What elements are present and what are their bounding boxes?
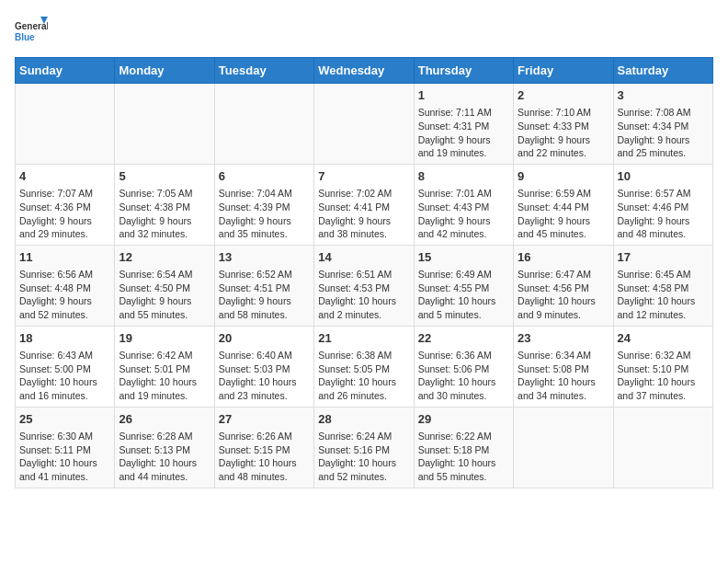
day-number: 27 xyxy=(219,411,310,428)
day-info: Sunrise: 6:34 AM Sunset: 5:08 PM Dayligh… xyxy=(518,349,609,403)
day-number: 21 xyxy=(318,330,409,347)
day-info: Sunrise: 6:42 AM Sunset: 5:01 PM Dayligh… xyxy=(119,349,210,403)
calendar-cell: 4Sunrise: 7:07 AM Sunset: 4:36 PM Daylig… xyxy=(16,164,115,245)
day-number: 8 xyxy=(418,168,509,185)
day-info: Sunrise: 7:02 AM Sunset: 4:41 PM Dayligh… xyxy=(318,187,409,241)
calendar-cell: 15Sunrise: 6:49 AM Sunset: 4:55 PM Dayli… xyxy=(414,245,513,326)
calendar-cell: 29Sunrise: 6:22 AM Sunset: 5:18 PM Dayli… xyxy=(414,407,513,488)
day-info: Sunrise: 6:28 AM Sunset: 5:13 PM Dayligh… xyxy=(119,430,210,484)
calendar-cell: 24Sunrise: 6:32 AM Sunset: 5:10 PM Dayli… xyxy=(613,326,712,407)
day-number: 20 xyxy=(219,330,310,347)
day-number: 4 xyxy=(19,168,110,185)
calendar-cell: 21Sunrise: 6:38 AM Sunset: 5:05 PM Dayli… xyxy=(314,326,414,407)
svg-text:Blue: Blue xyxy=(15,32,35,42)
day-number: 26 xyxy=(119,411,210,428)
header: General Blue xyxy=(15,15,713,48)
day-number: 14 xyxy=(318,249,409,266)
calendar-cell: 8Sunrise: 7:01 AM Sunset: 4:43 PM Daylig… xyxy=(414,164,513,245)
day-number: 5 xyxy=(119,168,210,185)
day-number: 23 xyxy=(518,330,609,347)
day-number: 22 xyxy=(418,330,509,347)
day-info: Sunrise: 7:05 AM Sunset: 4:38 PM Dayligh… xyxy=(119,187,210,241)
day-info: Sunrise: 6:49 AM Sunset: 4:55 PM Dayligh… xyxy=(418,268,509,322)
day-info: Sunrise: 6:56 AM Sunset: 4:48 PM Dayligh… xyxy=(19,268,110,322)
day-number: 18 xyxy=(19,330,110,347)
day-info: Sunrise: 6:52 AM Sunset: 4:51 PM Dayligh… xyxy=(219,268,310,322)
day-info: Sunrise: 6:45 AM Sunset: 4:58 PM Dayligh… xyxy=(618,268,709,322)
week-row-4: 18Sunrise: 6:43 AM Sunset: 5:00 PM Dayli… xyxy=(16,326,713,407)
week-row-1: 1Sunrise: 7:11 AM Sunset: 4:31 PM Daylig… xyxy=(16,84,713,165)
column-header-friday: Friday xyxy=(514,58,613,84)
column-header-wednesday: Wednesday xyxy=(314,58,414,84)
day-info: Sunrise: 6:26 AM Sunset: 5:15 PM Dayligh… xyxy=(219,430,310,484)
calendar-cell: 13Sunrise: 6:52 AM Sunset: 4:51 PM Dayli… xyxy=(214,245,313,326)
day-info: Sunrise: 6:40 AM Sunset: 5:03 PM Dayligh… xyxy=(219,349,310,403)
day-number: 1 xyxy=(418,87,509,104)
day-number: 9 xyxy=(518,168,609,185)
day-number: 3 xyxy=(618,87,709,104)
calendar-table: SundayMondayTuesdayWednesdayThursdayFrid… xyxy=(15,57,713,488)
day-info: Sunrise: 7:10 AM Sunset: 4:33 PM Dayligh… xyxy=(518,106,609,160)
calendar-cell: 12Sunrise: 6:54 AM Sunset: 4:50 PM Dayli… xyxy=(115,245,214,326)
day-number: 17 xyxy=(618,249,709,266)
day-number: 19 xyxy=(119,330,210,347)
week-row-2: 4Sunrise: 7:07 AM Sunset: 4:36 PM Daylig… xyxy=(16,164,713,245)
column-header-monday: Monday xyxy=(115,58,214,84)
week-row-5: 25Sunrise: 6:30 AM Sunset: 5:11 PM Dayli… xyxy=(16,407,713,488)
calendar-cell: 10Sunrise: 6:57 AM Sunset: 4:46 PM Dayli… xyxy=(613,164,712,245)
page-container: General Blue SundayMondayTuesdayWednesda… xyxy=(15,15,713,488)
calendar-cell xyxy=(16,84,115,165)
calendar-cell xyxy=(115,84,214,165)
day-number: 2 xyxy=(518,87,609,104)
day-number: 28 xyxy=(318,411,409,428)
svg-text:General: General xyxy=(15,21,48,31)
calendar-cell: 20Sunrise: 6:40 AM Sunset: 5:03 PM Dayli… xyxy=(214,326,313,407)
day-info: Sunrise: 6:30 AM Sunset: 5:11 PM Dayligh… xyxy=(19,430,110,484)
column-header-tuesday: Tuesday xyxy=(214,58,313,84)
day-info: Sunrise: 7:04 AM Sunset: 4:39 PM Dayligh… xyxy=(219,187,310,241)
day-number: 16 xyxy=(518,249,609,266)
column-header-saturday: Saturday xyxy=(613,58,712,84)
calendar-cell: 7Sunrise: 7:02 AM Sunset: 4:41 PM Daylig… xyxy=(314,164,414,245)
calendar-cell: 22Sunrise: 6:36 AM Sunset: 5:06 PM Dayli… xyxy=(414,326,513,407)
calendar-cell: 1Sunrise: 7:11 AM Sunset: 4:31 PM Daylig… xyxy=(414,84,513,165)
day-info: Sunrise: 6:36 AM Sunset: 5:06 PM Dayligh… xyxy=(418,349,509,403)
calendar-cell: 18Sunrise: 6:43 AM Sunset: 5:00 PM Dayli… xyxy=(16,326,115,407)
calendar-cell: 11Sunrise: 6:56 AM Sunset: 4:48 PM Dayli… xyxy=(16,245,115,326)
day-info: Sunrise: 6:43 AM Sunset: 5:00 PM Dayligh… xyxy=(19,349,110,403)
day-number: 25 xyxy=(19,411,110,428)
calendar-cell: 16Sunrise: 6:47 AM Sunset: 4:56 PM Dayli… xyxy=(514,245,613,326)
day-number: 6 xyxy=(219,168,310,185)
day-info: Sunrise: 6:38 AM Sunset: 5:05 PM Dayligh… xyxy=(318,349,409,403)
calendar-cell: 27Sunrise: 6:26 AM Sunset: 5:15 PM Dayli… xyxy=(214,407,313,488)
day-info: Sunrise: 6:24 AM Sunset: 5:16 PM Dayligh… xyxy=(318,430,409,484)
calendar-cell xyxy=(613,407,712,488)
calendar-cell xyxy=(214,84,313,165)
day-number: 10 xyxy=(618,168,709,185)
calendar-cell: 2Sunrise: 7:10 AM Sunset: 4:33 PM Daylig… xyxy=(514,84,613,165)
column-header-thursday: Thursday xyxy=(414,58,513,84)
column-header-sunday: Sunday xyxy=(16,58,115,84)
calendar-cell: 17Sunrise: 6:45 AM Sunset: 4:58 PM Dayli… xyxy=(613,245,712,326)
logo-icon: General Blue xyxy=(15,15,48,48)
day-info: Sunrise: 6:32 AM Sunset: 5:10 PM Dayligh… xyxy=(618,349,709,403)
day-info: Sunrise: 6:57 AM Sunset: 4:46 PM Dayligh… xyxy=(618,187,709,241)
calendar-cell: 19Sunrise: 6:42 AM Sunset: 5:01 PM Dayli… xyxy=(115,326,214,407)
day-info: Sunrise: 6:59 AM Sunset: 4:44 PM Dayligh… xyxy=(518,187,609,241)
calendar-cell xyxy=(514,407,613,488)
day-number: 7 xyxy=(318,168,409,185)
day-info: Sunrise: 7:01 AM Sunset: 4:43 PM Dayligh… xyxy=(418,187,509,241)
day-info: Sunrise: 6:54 AM Sunset: 4:50 PM Dayligh… xyxy=(119,268,210,322)
day-number: 12 xyxy=(119,249,210,266)
day-number: 29 xyxy=(418,411,509,428)
day-number: 24 xyxy=(618,330,709,347)
day-info: Sunrise: 7:08 AM Sunset: 4:34 PM Dayligh… xyxy=(618,106,709,160)
day-number: 13 xyxy=(219,249,310,266)
calendar-cell: 14Sunrise: 6:51 AM Sunset: 4:53 PM Dayli… xyxy=(314,245,414,326)
calendar-cell: 9Sunrise: 6:59 AM Sunset: 4:44 PM Daylig… xyxy=(514,164,613,245)
column-headers-row: SundayMondayTuesdayWednesdayThursdayFrid… xyxy=(16,58,713,84)
day-info: Sunrise: 7:07 AM Sunset: 4:36 PM Dayligh… xyxy=(19,187,110,241)
day-info: Sunrise: 6:22 AM Sunset: 5:18 PM Dayligh… xyxy=(418,430,509,484)
calendar-cell: 5Sunrise: 7:05 AM Sunset: 4:38 PM Daylig… xyxy=(115,164,214,245)
day-info: Sunrise: 7:11 AM Sunset: 4:31 PM Dayligh… xyxy=(418,106,509,160)
